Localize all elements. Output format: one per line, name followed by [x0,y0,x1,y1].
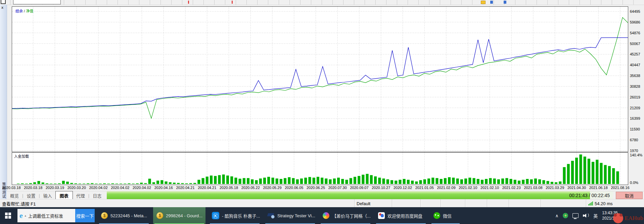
status-empty-cell [420,199,441,208]
test-progress-bar: 00:21:43 / 00:22:45 [107,191,613,199]
x-tick-label: 2020.04.02 [133,186,151,190]
x-tick-label: 2020.05.22 [241,186,260,190]
tab-settings[interactable]: 设置 [23,192,39,199]
taskbar-item-mt-52232445[interactable]: $ 52232445 - Meta... [98,207,150,224]
chart-legend: 结余 / 净值 [15,8,33,13]
x-tick-label: 2020.12.02 [394,186,412,190]
deposit-load-chart-box[interactable]: 入金加载 [12,152,628,185]
taskbar-item-wechat[interactable]: 微信 [430,207,461,224]
eahub-watermark: EAHub [613,213,643,223]
x-tick-label: 2021.02.09 [437,186,455,190]
x-tick-label: 2020.06.25 [307,186,325,190]
legend-balance: 结余 [15,9,23,13]
deposit-load-min-label: 0.0% [630,181,638,185]
ime-indicator[interactable]: 英 [593,213,598,219]
status-empty-cell [392,199,420,208]
y-tick-label: 64495 [630,9,640,13]
progress-fill [107,191,590,199]
y-tick-label: 26019 [630,95,640,99]
x-tick-label: 2020.06.05 [285,186,303,190]
balance-equity-chart[interactable] [12,7,628,152]
tab-graph[interactable]: 图表 [55,191,73,200]
status-profile: Default [354,199,392,208]
toolbar-red-fragment [188,1,189,4]
x-tick-label: 2020.04.21 [176,186,194,190]
kugou-icon: Ⓚ [212,212,219,219]
y-tick-label: 1970 [630,149,638,153]
cancel-button[interactable]: 取消 [616,192,643,199]
x-tick-label: 2021.02.10 [480,186,499,190]
date-axis: 2020.03.182020.03.182020.03.192020.03.20… [0,185,644,191]
start-button[interactable] [0,207,16,224]
chevron-up-icon: ▲ [24,214,27,217]
balance-equity-chart-box[interactable]: 结余 / 净值 [12,6,628,152]
tab-journal[interactable]: 日志 [89,192,105,199]
y-tick-label: 30828 [630,84,640,88]
metatrader-icon: $ [101,212,108,219]
search-query[interactable]: 上调最低工资标准 [28,213,63,219]
browser-icon [323,212,329,219]
tray-green-plus-icon[interactable]: + [563,213,568,218]
taskbar-item-browser-doc[interactable]: 【差价马丁网格（... [319,207,372,224]
toolbar-red-fragment [232,1,233,4]
tab-agents[interactable]: 代理 [73,192,88,199]
strategy-tester-visualizer-icon [267,212,275,219]
x-tick-label: 2020.04.21 [198,186,216,190]
x-tick-label: 2020.05.29 [263,186,281,190]
toolbar-blue-fragment [490,1,493,4]
tray-chevron-up-icon[interactable]: ∧ [555,213,559,218]
taskbar-item-kugou[interactable]: Ⓚ - 酷狗音乐 朴惠子... [209,207,261,224]
toolbar-blue-fragment [504,1,506,4]
x-tick-label: 2020.03.18 [2,186,20,190]
wechat-icon [433,212,440,219]
y-tick-label: 16399 [630,116,640,120]
x-tick-label: 2020.04.02 [89,186,107,190]
x-tick-label: 2020.05.18 [220,186,238,190]
status-empty-cell [509,199,541,208]
x-tick-label: 2021.06.18 [589,186,608,190]
taskbar-item-strategy-tester-viz[interactable]: Strategy Tester Vi... [264,207,316,224]
y-tick-label: 11590 [630,127,640,131]
strategy-tester-screen: x 策略测试 结余 / 净值 6449559686548765006745257… [0,0,644,224]
x-tick-label: 2021.02.23 [502,186,521,190]
deposit-load-max-label: 140.4% [630,153,642,157]
ie-icon: e [19,212,23,219]
network-icon[interactable] [572,213,579,218]
taskbar-item-mt-2998264[interactable]: $ 2998264 - Gourd... [153,207,205,224]
x-tick-label: 2021.01.05 [415,186,434,190]
toolbar-combobox-fragment [13,0,61,4]
eahub-mascot-icon [613,213,623,223]
toolbar-icon-fragment [1,0,6,4]
speaker-icon[interactable]: ) [583,213,589,218]
status-empty-cell [487,199,509,208]
x-tick-label: 2020.07.30 [328,186,347,190]
tester-panel-side-strip: x 策略测试 [0,5,7,199]
connection-signal-icon [588,201,593,206]
search-go-button[interactable]: 搜索一下 [75,209,95,222]
x-tick-label: 2020.03.20 [67,186,86,190]
tab-inputs[interactable]: 输入 [40,192,55,199]
x-tick-label: 2020.03.18 [24,186,42,190]
deposit-load-title: 入金加载 [14,153,29,159]
x-tick-label: 2021.03.08 [524,186,542,190]
metatrader-icon: $ [156,212,163,219]
y-tick-label: 50067 [630,42,640,46]
status-bar: 查看帮忙,请按 F1 Default 54.20 ms [0,199,644,208]
tab-overview[interactable]: 概览 [7,192,22,199]
x-tick-label: 2021.02.10 [459,186,477,190]
y-tick-label: 35638 [630,74,640,78]
taskbar-item-baidu-netdisk[interactable]: 欢迎使用百度网盘 [375,207,427,224]
taskbar-search-box[interactable]: e ▲ 上调最低工资标准 [17,209,75,222]
eahub-text: EAHub [625,215,643,222]
close-icon[interactable]: x [1,5,3,9]
y-tick-label: 6780 [630,138,638,142]
status-help: 查看帮忙,请按 F1 [0,199,354,208]
windows-logo-icon [5,213,11,219]
status-latency: 54.20 ms [586,199,644,208]
legend-equity: 净值 [26,9,33,13]
x-tick-label: 2020.04.02 [111,186,129,190]
deposit-load-chart[interactable] [12,153,628,185]
taskbar: e ▲ 上调最低工资标准 搜索一下 $ 52232445 - Meta... $… [0,207,644,224]
y-tick-label: 59686 [630,20,640,24]
x-tick-label: 2021.04.30 [567,186,586,190]
